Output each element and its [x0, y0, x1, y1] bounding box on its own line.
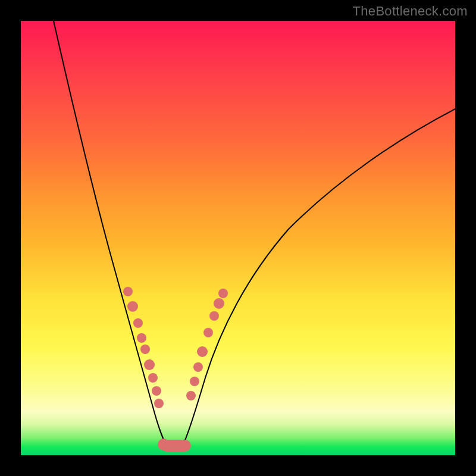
marker-dot	[190, 377, 199, 386]
marker-dot	[197, 346, 208, 357]
marker-dot	[193, 362, 203, 372]
left-curve	[54, 21, 171, 450]
marker-dot	[203, 328, 213, 337]
marker-dot	[137, 333, 146, 343]
right-curve	[180, 109, 455, 450]
marker-dot	[186, 391, 196, 400]
marker-dot	[127, 301, 138, 312]
chart-frame: TheBottleneck.com	[0, 0, 476, 476]
marker-dot	[209, 311, 219, 321]
curves-svg	[21, 21, 455, 455]
plot-area	[21, 21, 455, 455]
marker-dot	[218, 289, 228, 298]
marker-dot	[154, 399, 164, 408]
marker-dot	[152, 386, 161, 396]
marker-dot	[148, 373, 158, 383]
watermark-text: TheBottleneck.com	[353, 4, 468, 19]
marker-dot	[123, 287, 133, 296]
marker-dot	[158, 439, 170, 450]
marker-dot	[140, 345, 150, 354]
marker-dot	[179, 440, 191, 452]
marker-dot	[214, 298, 224, 309]
marker-dot	[144, 359, 155, 370]
marker-dot	[133, 318, 143, 328]
